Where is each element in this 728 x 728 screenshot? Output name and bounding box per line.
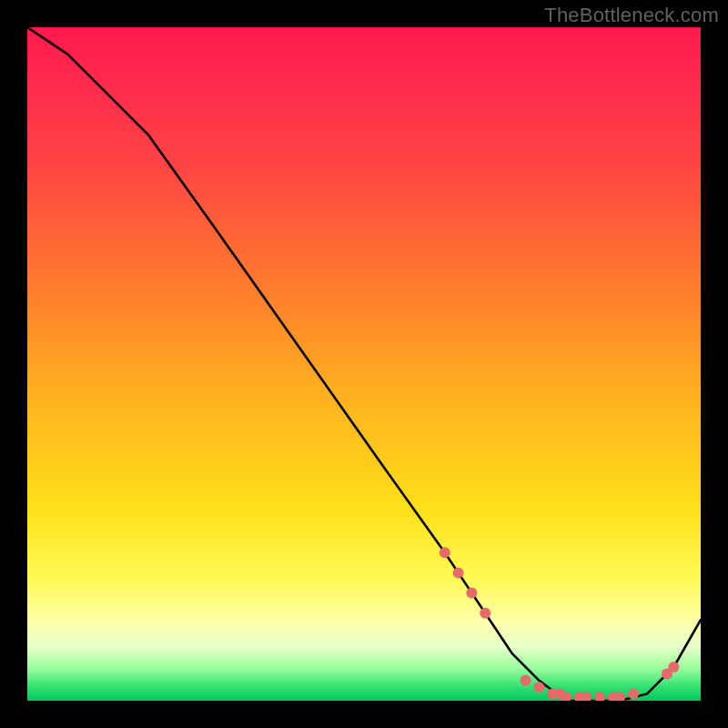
plot-area <box>27 27 701 701</box>
curve-marker <box>533 682 544 693</box>
curve-marker <box>440 547 450 558</box>
attribution-text: TheBottleneck.com <box>544 4 719 27</box>
curve-marker <box>466 588 477 599</box>
curve-marker <box>453 567 464 578</box>
bottleneck-curve <box>27 27 701 701</box>
curve-svg <box>27 27 701 701</box>
chart-frame: TheBottleneck.com <box>0 0 728 728</box>
curve-marker <box>594 692 605 701</box>
curve-marker <box>480 608 490 619</box>
curve-marker <box>521 675 531 686</box>
curve-marker <box>668 662 679 672</box>
curve-marker <box>628 689 639 700</box>
curve-markers <box>440 547 680 701</box>
